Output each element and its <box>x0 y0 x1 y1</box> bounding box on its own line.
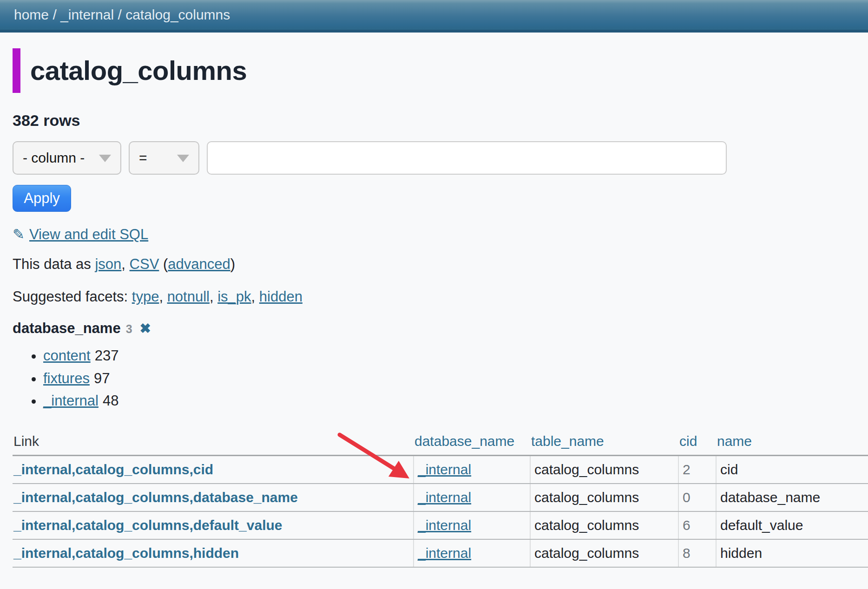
database-name-link[interactable]: _internal <box>418 545 471 561</box>
facet-value-item: fixtures97 <box>43 370 868 388</box>
main-content: catalog_columns 382 rows - column - = Ap… <box>0 48 868 568</box>
sort-database-name-link[interactable]: database_name <box>414 433 514 449</box>
table-row: _internal,catalog_columns,cid _internal … <box>13 456 868 484</box>
row-count: 382 rows <box>13 111 868 130</box>
page-title: catalog_columns <box>13 48 868 93</box>
table-row: _internal,catalog_columns,hidden _intern… <box>13 539 868 567</box>
filter-value-input[interactable] <box>207 141 727 175</box>
export-json-link[interactable]: json <box>95 256 121 272</box>
view-edit-sql-link[interactable]: View and edit SQL <box>29 226 148 242</box>
row-link[interactable]: _internal,catalog_columns,database_name <box>13 490 298 505</box>
breadcrumb-separator: / <box>114 7 125 22</box>
cid-cell: 6 <box>678 511 716 539</box>
header-name: name <box>716 430 868 456</box>
suggested-facet-hidden[interactable]: hidden <box>259 288 302 305</box>
database-name-link[interactable]: _internal <box>418 517 471 533</box>
row-link[interactable]: _internal,catalog_columns,cid <box>13 462 213 477</box>
facet-value-list: content237 fixtures97 _internal48 <box>13 347 868 410</box>
facet-value-count: 48 <box>103 393 118 409</box>
column-select[interactable]: - column - <box>13 141 121 175</box>
row-link[interactable]: _internal,catalog_columns,hidden <box>13 545 239 561</box>
export-prefix: This data as <box>13 256 95 272</box>
facet-value-internal-link[interactable]: _internal <box>43 393 99 409</box>
name-cell: default_value <box>716 511 868 539</box>
facet-value-item: content237 <box>43 347 868 365</box>
column-select-wrapper: - column - <box>13 141 121 175</box>
export-advanced-link[interactable]: advanced <box>168 256 230 272</box>
suggested-facet-is-pk[interactable]: is_pk <box>217 288 251 305</box>
results-table: Link database_name table_name cid name _… <box>13 430 868 568</box>
facet-value-count: 237 <box>95 347 119 364</box>
suggested-prefix: Suggested facets: <box>13 288 132 305</box>
cid-cell: 0 <box>678 484 716 511</box>
database-name-link[interactable]: _internal <box>418 462 471 477</box>
database-name-link[interactable]: _internal <box>418 490 471 505</box>
table-name-cell: catalog_columns <box>530 539 678 567</box>
breadcrumb-home-link[interactable]: home <box>14 7 49 22</box>
cid-cell: 2 <box>678 456 716 484</box>
table-name-cell: catalog_columns <box>530 484 678 511</box>
table-header-row: Link database_name table_name cid name <box>13 430 868 456</box>
facet-close-icon[interactable]: ✖ <box>140 321 151 336</box>
header-database-name: database_name <box>414 430 530 456</box>
sort-cid-link[interactable]: cid <box>679 433 697 449</box>
name-cell: hidden <box>716 539 868 567</box>
facet-name: database_name <box>13 320 121 337</box>
suggested-facet-type[interactable]: type <box>132 288 159 305</box>
header-cid: cid <box>678 430 716 456</box>
breadcrumb-separator: / <box>49 7 60 22</box>
name-cell: database_name <box>716 484 868 511</box>
facet-value-item: _internal48 <box>43 392 868 410</box>
apply-button[interactable]: Apply <box>13 185 71 212</box>
facet-value-content-link[interactable]: content <box>43 347 91 364</box>
sort-table-name-link[interactable]: table_name <box>531 433 604 449</box>
export-csv-link[interactable]: CSV <box>130 256 159 272</box>
facet-header: database_name 3 ✖ <box>13 320 868 337</box>
name-cell: cid <box>716 456 868 484</box>
suggested-facets-line: Suggested facets: type, notnull, is_pk, … <box>13 288 868 305</box>
apply-row: Apply <box>13 185 868 212</box>
breadcrumb-internal-link[interactable]: _internal <box>60 7 114 22</box>
export-line: This data as json, CSV (advanced) <box>13 256 868 273</box>
table-row: _internal,catalog_columns,database_name … <box>13 484 868 511</box>
header-link: Link <box>13 430 414 456</box>
breadcrumb-bar: home / _internal / catalog_columns <box>0 0 868 33</box>
filter-form: - column - = <box>13 141 868 175</box>
pencil-icon: ✎ <box>13 226 25 243</box>
row-link[interactable]: _internal,catalog_columns,default_value <box>13 517 283 533</box>
suggested-facet-notnull[interactable]: notnull <box>167 288 210 305</box>
breadcrumb: home / _internal / catalog_columns <box>14 7 230 23</box>
header-table-name: table_name <box>530 430 678 456</box>
operator-select-wrapper: = <box>129 141 199 175</box>
breadcrumb-current: catalog_columns <box>125 7 230 22</box>
table-name-cell: catalog_columns <box>530 456 678 484</box>
facet-count-badge: 3 <box>126 322 132 336</box>
facet-value-count: 97 <box>94 370 110 386</box>
sort-name-link[interactable]: name <box>717 433 752 449</box>
view-edit-sql-line: ✎View and edit SQL <box>13 226 868 243</box>
facet-value-fixtures-link[interactable]: fixtures <box>43 370 90 386</box>
operator-select[interactable]: = <box>129 141 199 175</box>
table-row: _internal,catalog_columns,default_value … <box>13 511 868 539</box>
cid-cell: 8 <box>678 539 716 567</box>
table-name-cell: catalog_columns <box>530 511 678 539</box>
